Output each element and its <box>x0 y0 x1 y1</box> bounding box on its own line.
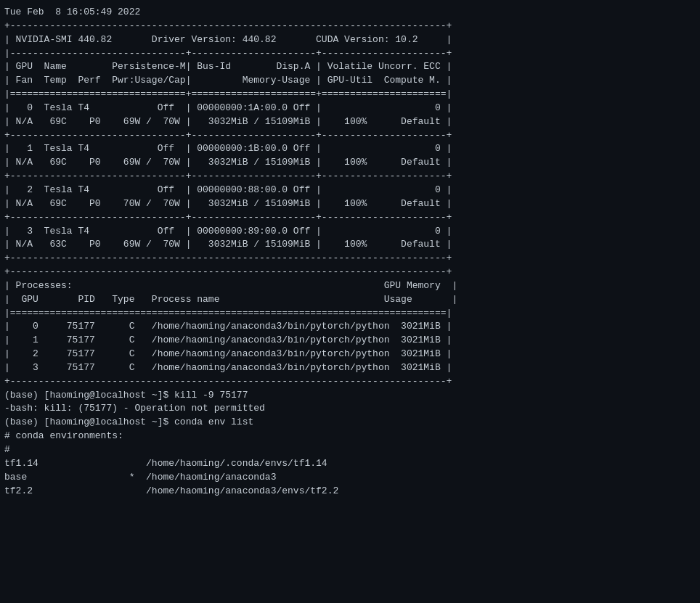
terminal-line: +-------------------------------+-------… <box>4 211 696 225</box>
terminal-line: | 2 Tesla T4 Off | 00000000:88:00.0 Off … <box>4 184 696 197</box>
terminal-line: tf1.14 /home/haoming/.conda/envs/tf1.14 <box>4 457 696 471</box>
terminal-line: +-------------------------------+-------… <box>4 170 696 184</box>
terminal-line: | 0 75177 C /home/haoming/anaconda3/bin/… <box>4 320 696 334</box>
terminal-line: (base) [haoming@localhost ~]$ kill -9 75… <box>4 389 696 403</box>
terminal-line: |-------------------------------+-------… <box>4 47 696 61</box>
terminal-line: | 0 Tesla T4 Off | 00000000:1A:00.0 Off … <box>4 102 696 115</box>
terminal-line: # <box>4 443 696 457</box>
terminal-line: | Fan Temp Perf Pwr:Usage/Cap| Memory-Us… <box>4 74 696 88</box>
terminal-line: | N/A 69C P0 70W / 70W | 3032MiB / 15109… <box>4 197 696 211</box>
terminal-line: tf2.2 /home/haoming/anaconda3/envs/tf2.2 <box>4 485 696 499</box>
terminal-window: Tue Feb 8 16:05:49 2022+----------------… <box>4 6 696 498</box>
terminal-line: | 2 75177 C /home/haoming/anaconda3/bin/… <box>4 348 696 361</box>
terminal-line: -bash: kill: (75177) - Operation not per… <box>4 402 696 416</box>
terminal-line: | N/A 69C P0 69W / 70W | 3032MiB / 15109… <box>4 156 696 170</box>
terminal-line: | 3 Tesla T4 Off | 00000000:89:00.0 Off … <box>4 225 696 239</box>
terminal-line: | 1 75177 C /home/haoming/anaconda3/bin/… <box>4 334 696 348</box>
terminal-line: |===============================+=======… <box>4 88 696 102</box>
terminal-line: +---------------------------------------… <box>4 252 696 266</box>
terminal-line: | NVIDIA-SMI 440.82 Driver Version: 440.… <box>4 33 696 47</box>
terminal-line: | 1 Tesla T4 Off | 00000000:1B:00.0 Off … <box>4 142 696 156</box>
terminal-line: +-------------------------------+-------… <box>4 129 696 143</box>
terminal-line: | GPU Name Persistence-M| Bus-Id Disp.A … <box>4 60 696 74</box>
terminal-line: +---------------------------------------… <box>4 375 696 389</box>
terminal-line: (base) [haoming@localhost ~]$ conda env … <box>4 416 696 430</box>
terminal-line: | GPU PID Type Process name Usage | <box>4 293 696 307</box>
terminal-line: |=======================================… <box>4 307 696 321</box>
terminal-line: +---------------------------------------… <box>4 20 696 33</box>
terminal-line: +---------------------------------------… <box>4 266 696 279</box>
terminal-line: | Processes: GPU Memory | <box>4 279 696 293</box>
terminal-line: | 3 75177 C /home/haoming/anaconda3/bin/… <box>4 361 696 375</box>
terminal-line: Tue Feb 8 16:05:49 2022 <box>4 6 696 20</box>
terminal-line: # conda environments: <box>4 430 696 443</box>
terminal-line: | N/A 69C P0 69W / 70W | 3032MiB / 15109… <box>4 115 696 129</box>
terminal-line: base * /home/haoming/anaconda3 <box>4 471 696 485</box>
terminal-line: | N/A 63C P0 69W / 70W | 3032MiB / 15109… <box>4 238 696 252</box>
